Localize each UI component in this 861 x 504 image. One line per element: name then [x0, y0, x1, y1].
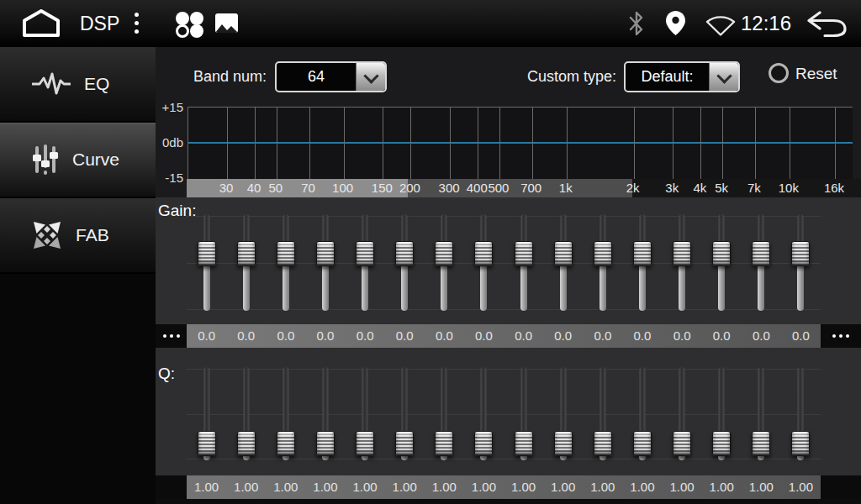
slider-thumb[interactable]	[752, 431, 770, 456]
gain-slider-4[interactable]	[355, 214, 375, 311]
gain-slider-cell	[226, 214, 266, 311]
apps-clover-icon[interactable]	[173, 11, 205, 38]
gain-slider-2[interactable]	[276, 214, 296, 311]
slider-thumb[interactable]	[356, 431, 374, 456]
gain-slider-15[interactable]	[790, 214, 811, 311]
q-slider-11[interactable]	[632, 367, 652, 460]
slider-thumb[interactable]	[554, 241, 573, 266]
gain-slider-8[interactable]	[514, 214, 534, 311]
gain-slider-9[interactable]	[553, 214, 573, 311]
sidebar-item-curve[interactable]: Curve	[0, 123, 156, 198]
slider-thumb[interactable]	[554, 431, 573, 456]
gain-slider-7[interactable]	[473, 214, 494, 311]
q-slider-1[interactable]	[236, 367, 256, 460]
slider-thumb[interactable]	[712, 431, 731, 456]
custom-type-dropdown[interactable]: Default:	[624, 61, 740, 92]
slider-thumb[interactable]	[594, 431, 612, 456]
q-value-13: 1.00	[702, 475, 742, 499]
q-values-strip: 1.001.001.001.001.001.001.001.001.001.00…	[187, 475, 821, 499]
slider-thumb[interactable]	[633, 431, 652, 456]
slider-thumb[interactable]	[395, 241, 414, 266]
slider-thumb[interactable]	[435, 431, 453, 456]
gain-slider-cell	[781, 214, 821, 311]
q-slider-6[interactable]	[434, 367, 454, 460]
gallery-icon[interactable]	[215, 13, 238, 33]
q-slider-9[interactable]	[553, 367, 573, 460]
slider-thumb[interactable]	[515, 241, 533, 266]
slider-thumb[interactable]	[474, 241, 493, 266]
gain-slider-5[interactable]	[394, 214, 415, 311]
q-slider-8[interactable]	[514, 367, 534, 460]
gain-slider-13[interactable]	[711, 214, 732, 311]
q-slider-cell	[187, 367, 226, 460]
slider-thumb[interactable]	[673, 241, 691, 266]
reset-radio[interactable]	[769, 63, 789, 83]
gain-slider-1[interactable]	[236, 214, 256, 311]
gridline-150	[383, 108, 383, 179]
chevron-down-icon[interactable]	[356, 63, 385, 91]
slider-thumb[interactable]	[356, 241, 374, 266]
slider-thumb[interactable]	[316, 431, 335, 456]
q-slider-13[interactable]	[711, 367, 732, 460]
gain-slider-6[interactable]	[434, 214, 454, 311]
gain-value-14: 0.0	[742, 324, 781, 348]
slider-thumb[interactable]	[277, 431, 295, 456]
q-slider-15[interactable]	[790, 367, 811, 460]
curve-sliders-icon	[32, 144, 59, 175]
q-slider-5[interactable]	[394, 367, 415, 460]
q-slider-4[interactable]	[355, 367, 375, 460]
sidebar-item-fab[interactable]: FAB	[0, 198, 156, 274]
sidebar-item-label: FAB	[76, 225, 109, 245]
gain-slider-11[interactable]	[632, 214, 652, 311]
freq-label-30: 30	[219, 179, 234, 197]
slider-thumb[interactable]	[198, 431, 216, 456]
q-slider-3[interactable]	[315, 367, 335, 460]
slider-thumb[interactable]	[673, 431, 691, 456]
slider-thumb[interactable]	[474, 431, 493, 456]
gain-slider-10[interactable]	[593, 214, 613, 311]
slider-thumb[interactable]	[237, 431, 256, 456]
slider-thumb[interactable]	[198, 241, 216, 266]
gain-scroll-right-button[interactable]	[821, 324, 861, 348]
gain-slider-12[interactable]	[672, 214, 692, 311]
slider-thumb[interactable]	[237, 241, 256, 266]
q-slider-12[interactable]	[672, 367, 692, 460]
q-slider-7[interactable]	[473, 367, 494, 460]
q-slider-cell	[226, 367, 266, 460]
gain-slider-14[interactable]	[751, 214, 771, 311]
band-num-dropdown[interactable]: 64	[275, 61, 387, 92]
sidebar-item-label: EQ	[84, 74, 109, 94]
gridline-500	[499, 108, 500, 179]
gain-scroll-left-button[interactable]	[156, 324, 187, 348]
q-slider-cell	[464, 367, 504, 460]
slider-thumb[interactable]	[316, 241, 335, 266]
app-title: DSP	[80, 0, 119, 47]
back-icon[interactable]	[806, 11, 848, 37]
gridline-300	[450, 108, 451, 179]
q-slider-14[interactable]	[751, 367, 771, 460]
slider-thumb[interactable]	[435, 241, 453, 266]
slider-thumb[interactable]	[791, 431, 810, 456]
gain-slider-3[interactable]	[315, 214, 335, 311]
q-value-3: 1.00	[305, 475, 345, 499]
slider-thumb[interactable]	[515, 431, 533, 456]
q-slider-10[interactable]	[593, 367, 613, 460]
q-strip-right-end	[821, 475, 861, 499]
gain-value-10: 0.0	[583, 324, 622, 348]
slider-thumb[interactable]	[395, 431, 414, 456]
slider-thumb[interactable]	[277, 241, 295, 266]
slider-thumb[interactable]	[752, 241, 770, 266]
sidebar-item-eq[interactable]: EQ	[0, 47, 156, 123]
freq-label-500: 500	[488, 179, 509, 197]
slider-thumb[interactable]	[633, 241, 652, 266]
menu-dots-icon[interactable]	[135, 13, 139, 34]
slider-thumb[interactable]	[791, 241, 810, 266]
q-slider-2[interactable]	[276, 367, 296, 460]
slider-thumb[interactable]	[594, 241, 612, 266]
slider-thumb[interactable]	[712, 241, 731, 266]
gain-value-0: 0.0	[187, 324, 226, 348]
chevron-down-icon[interactable]	[709, 63, 738, 91]
gain-slider-0[interactable]	[197, 214, 217, 311]
q-slider-0[interactable]	[197, 367, 217, 460]
home-icon[interactable]	[20, 9, 62, 38]
